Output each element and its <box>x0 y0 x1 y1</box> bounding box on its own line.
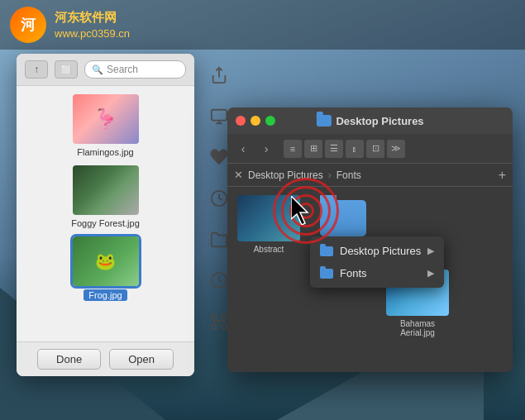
done-button[interactable]: Done <box>37 349 101 370</box>
breadcrumb-item-1[interactable]: Desktop Pictures <box>248 169 323 181</box>
breadcrumb-separator: › <box>328 169 332 181</box>
finder-content: Abstract Desktop Pictures ▶ Fonts ▶ <box>227 187 513 372</box>
finder-thumb-folder <box>312 195 375 241</box>
file-label-foggy: Foggy Forest.jpg <box>71 218 140 228</box>
search-box[interactable]: 🔍 Search <box>84 60 186 79</box>
add-tag-button[interactable]: + <box>499 168 506 183</box>
finder-label-bahamas: Bahamas Aerial.jpg <box>384 319 451 337</box>
context-label-fonts: Fonts <box>340 267 367 279</box>
watermark-url: www.pc0359.cn <box>55 27 130 40</box>
abstract-art <box>237 195 300 241</box>
watermark-info: 河东软件网 www.pc0359.cn <box>55 10 130 40</box>
finder-thumb-abstract <box>237 195 300 241</box>
minimize-button[interactable] <box>251 116 260 126</box>
context-folder-icon-2 <box>320 269 333 279</box>
view-icon-btn[interactable]: ≡ <box>284 140 302 158</box>
foggy-thumb-art <box>73 165 139 215</box>
big-folder-icon <box>320 200 366 236</box>
breadcrumb-item-2[interactable]: Fonts <box>336 169 361 181</box>
file-label-flamingos: Flamingos.jpg <box>77 147 133 157</box>
finder-toolbar: ‹ › ≡ ⊞ ☰ ⫾ ⊡ ≫ <box>227 134 513 164</box>
file-thumbnail-frog: 🐸 <box>73 236 139 286</box>
list-item[interactable]: 🦩 Flamingos.jpg <box>29 94 182 157</box>
flamingo-thumb-art: 🦩 <box>73 94 139 144</box>
svg-rect-3 <box>212 314 217 319</box>
forward-button[interactable]: › <box>257 140 275 158</box>
toolbar-btn-up[interactable]: ↑ <box>25 60 48 79</box>
file-thumbnail-foggy <box>73 165 139 215</box>
finder-item-abstract[interactable]: Abstract <box>236 195 302 337</box>
file-label-frog: Frog.jpg <box>84 289 126 301</box>
breadcrumb-close[interactable]: ✕ <box>234 169 243 181</box>
back-button[interactable]: ‹ <box>234 140 252 158</box>
view-column-btn[interactable]: ⫾ <box>346 140 364 158</box>
panel-footer: Done Open <box>17 341 194 376</box>
view-more-btn[interactable]: ≫ <box>387 140 405 158</box>
close-button[interactable] <box>236 116 246 126</box>
svg-rect-6 <box>222 325 227 330</box>
list-item[interactable]: 🐸 Frog.jpg <box>29 236 182 301</box>
finder-title: Desktop Pictures <box>316 115 423 127</box>
finder-titlebar: Desktop Pictures <box>227 107 513 134</box>
finder-breadcrumb: ✕ Desktop Pictures › Fonts + <box>227 164 513 187</box>
finder-label-abstract: Abstract <box>254 245 284 254</box>
file-thumbnail-flamingos: 🦩 <box>73 94 139 144</box>
svg-rect-0 <box>212 109 227 120</box>
view-list-btn[interactable]: ☰ <box>325 140 343 158</box>
context-arrow-2: ▶ <box>427 268 434 279</box>
svg-rect-5 <box>212 325 217 330</box>
list-item[interactable]: Foggy Forest.jpg <box>29 165 182 228</box>
view-grid-btn[interactable]: ⊞ <box>304 140 322 158</box>
context-item-desktop-pictures[interactable]: Desktop Pictures ▶ <box>310 240 444 262</box>
finder-window-title: Desktop Pictures <box>336 115 423 127</box>
folder-art <box>312 195 375 241</box>
watermark-bar: 河 河东软件网 www.pc0359.cn <box>0 0 525 50</box>
up-arrow-icon: ↑ <box>34 64 39 75</box>
context-item-fonts[interactable]: Fonts ▶ <box>310 262 444 284</box>
view-buttons: ≡ ⊞ ☰ ⫾ ⊡ ≫ <box>284 140 405 158</box>
context-folder-icon-1 <box>320 246 333 256</box>
watermark-site-name: 河东软件网 <box>55 10 130 26</box>
frog-thumb-art: 🐸 <box>73 236 139 286</box>
file-picker-panel: ↑ ⬜ 🔍 Search 🦩 Flamingos.jpg Foggy Fores… <box>17 54 194 376</box>
zoom-button[interactable] <box>265 116 275 126</box>
view-cover-btn[interactable]: ⊡ <box>366 140 384 158</box>
context-menu: Desktop Pictures ▶ Fonts ▶ <box>310 236 444 288</box>
context-arrow-1: ▶ <box>427 246 434 256</box>
toolbar-btn-view[interactable]: ⬜ <box>55 60 78 79</box>
file-list: 🦩 Flamingos.jpg Foggy Forest.jpg 🐸 Frog.… <box>17 86 194 341</box>
folder-title-icon <box>316 115 331 126</box>
watermark-logo: 河 <box>10 7 46 43</box>
panel-toolbar: ↑ ⬜ 🔍 Search <box>17 54 194 86</box>
search-placeholder: Search <box>107 64 138 75</box>
view-icon: ⬜ <box>61 65 71 74</box>
context-label-desktop-pictures: Desktop Pictures <box>340 245 421 257</box>
open-button[interactable]: Open <box>109 349 174 370</box>
finder-window: Desktop Pictures ‹ › ≡ ⊞ ☰ ⫾ ⊡ ≫ ✕ Deskt… <box>227 107 513 372</box>
search-magnifier-icon: 🔍 <box>92 64 103 75</box>
sidebar-icon-share[interactable] <box>205 62 233 88</box>
svg-rect-4 <box>222 314 227 319</box>
